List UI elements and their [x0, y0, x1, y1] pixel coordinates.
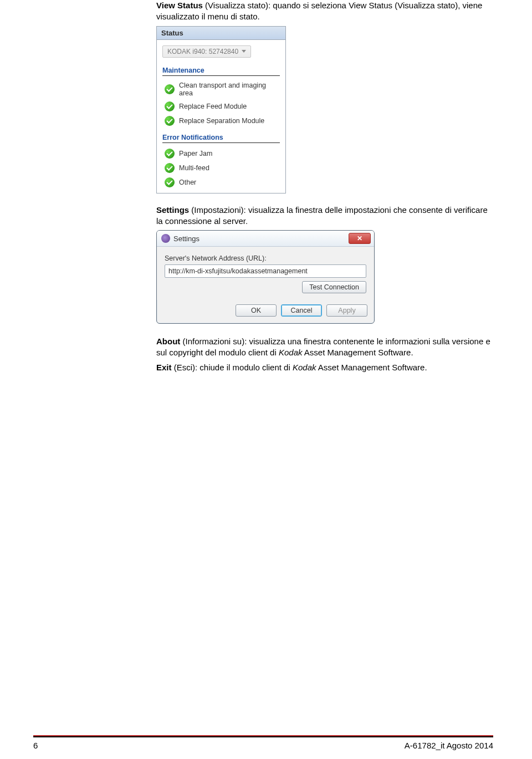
check-icon: [165, 177, 175, 187]
paragraph-exit: Exit (Esci): chiude il modulo client di …: [156, 362, 493, 373]
status-item[interactable]: Replace Separation Module: [162, 114, 280, 128]
brand-kodak: Kodak: [293, 363, 316, 372]
footer-rule: [33, 735, 493, 737]
ok-button[interactable]: OK: [236, 304, 277, 317]
check-icon: [165, 84, 175, 94]
status-item-label: Clean transport and imaging area: [179, 81, 280, 97]
paragraph-view-status: View Status (Visualizza stato): quando s…: [156, 0, 493, 23]
text: (Impostazioni): visualizza la finestra d…: [156, 205, 488, 226]
page-number: 6: [33, 741, 38, 750]
paragraph-about: About (Informazioni su): visualizza una …: [156, 336, 493, 359]
document-id: A-61782_it Agosto 2014: [405, 741, 493, 750]
dialog-titlebar: Settings ✕: [157, 231, 374, 247]
device-dropdown-value: KODAK i940: 52742840: [167, 48, 238, 55]
status-item[interactable]: Paper Jam: [162, 146, 280, 161]
check-icon: [165, 101, 175, 111]
gear-icon: [161, 234, 170, 243]
device-dropdown[interactable]: KODAK i940: 52742840: [162, 45, 251, 58]
error-notifications-header: Error Notifications: [162, 134, 280, 143]
status-panel: Status KODAK i940: 52742840 Maintenance …: [156, 26, 286, 193]
text: (Visualizza stato): quando si seleziona …: [156, 1, 482, 21]
term-exit: Exit: [156, 363, 172, 372]
maintenance-header: Maintenance: [162, 67, 280, 76]
status-item[interactable]: Replace Feed Module: [162, 99, 280, 114]
url-label: Server's Network Address (URL):: [165, 254, 366, 262]
brand-kodak: Kodak: [279, 348, 303, 357]
text: (Esci): chiude il modulo client di: [172, 363, 293, 372]
cancel-button[interactable]: Cancel: [281, 304, 322, 317]
status-panel-title: Status: [157, 26, 285, 40]
test-connection-button[interactable]: Test Connection: [302, 281, 366, 293]
status-item[interactable]: Clean transport and imaging area: [162, 79, 280, 99]
status-item-label: Other: [179, 179, 196, 186]
text: Asset Management Software.: [303, 348, 413, 357]
status-item[interactable]: Multi-feed: [162, 161, 280, 175]
apply-button[interactable]: Apply: [326, 304, 367, 317]
status-item[interactable]: Other: [162, 175, 280, 190]
page-footer: 6 A-61782_it Agosto 2014: [0, 735, 532, 750]
check-icon: [165, 116, 175, 126]
text: Asset Management Software.: [316, 363, 427, 372]
term-about: About: [156, 337, 180, 346]
dialog-title: Settings: [173, 235, 200, 243]
term-settings: Settings: [156, 205, 189, 215]
status-item-label: Replace Feed Module: [179, 103, 247, 110]
chevron-down-icon: [242, 50, 246, 53]
close-icon: ✕: [357, 235, 362, 242]
close-button[interactable]: ✕: [349, 233, 371, 244]
check-icon: [165, 163, 175, 173]
status-item-label: Paper Jam: [179, 150, 212, 157]
settings-dialog: Settings ✕ Server's Network Address (URL…: [156, 230, 375, 324]
status-item-label: Multi-feed: [179, 164, 209, 172]
status-item-label: Replace Separation Module: [179, 117, 264, 125]
paragraph-settings: Settings (Impostazioni): visualizza la f…: [156, 205, 493, 227]
term-view-status: View Status: [156, 1, 203, 10]
check-icon: [165, 149, 175, 159]
url-input[interactable]: [165, 264, 366, 278]
